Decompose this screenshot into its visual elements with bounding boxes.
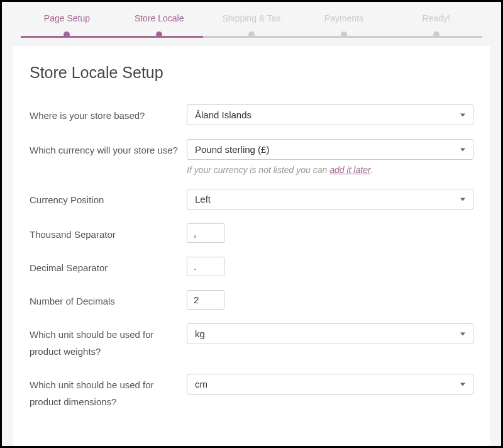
step-shipping-tax[interactable]: Shipping & Tax — [206, 13, 298, 27]
num-decimals-label: Number of Decimals — [30, 290, 187, 310]
step-dot-icon — [341, 31, 347, 38]
form-row-num-decimals: Number of Decimals — [30, 290, 473, 310]
chevron-down-icon — [460, 198, 465, 201]
select-value: Left — [195, 194, 211, 204]
step-store-locale[interactable]: Store Locale — [113, 13, 206, 27]
form-row-decimal-sep: Decimal Separator — [30, 257, 473, 276]
form-row-weight-unit: Which unit should be used for product we… — [30, 323, 473, 360]
content-card: Store Locale Setup Where is your store b… — [13, 46, 490, 445]
chevron-down-icon — [460, 148, 465, 151]
weight-unit-select[interactable]: kg — [187, 323, 473, 344]
dimension-unit-label: Which unit should be used for product di… — [30, 374, 187, 410]
weight-unit-label: Which unit should be used for product we… — [30, 323, 187, 360]
step-dot-icon — [248, 31, 255, 38]
app-container: Page Setup Store Locale Shipping & Tax P… — [0, 0, 503, 448]
step-label: Ready! — [422, 13, 450, 23]
thousand-sep-input[interactable] — [187, 223, 224, 243]
form-row-thousand-sep: Thousand Separator — [30, 223, 473, 243]
currency-position-label: Currency Position — [30, 189, 187, 208]
form-row-currency-position: Currency Position Left — [30, 189, 473, 210]
step-page-setup[interactable]: Page Setup — [21, 13, 113, 27]
add-currency-later-link[interactable]: add it later — [329, 165, 370, 175]
select-value: kg — [195, 328, 205, 339]
page-title: Store Locale Setup — [30, 64, 473, 82]
dimension-unit-select[interactable]: cm — [187, 374, 473, 395]
form-row-currency: Which currency will your store use? Poun… — [30, 139, 473, 160]
wizard-stepper: Page Setup Store Locale Shipping & Tax P… — [2, 2, 501, 40]
chevron-down-icon — [460, 113, 465, 116]
currency-hint-row: If your currency is not listed you can a… — [30, 165, 473, 175]
stepper-progress — [21, 36, 203, 38]
step-label: Payments — [324, 13, 363, 23]
step-dot-icon — [433, 31, 439, 38]
step-payments[interactable]: Payments — [297, 13, 390, 27]
select-value: Pound sterling (£) — [195, 144, 269, 155]
currency-label: Which currency will your store use? — [30, 139, 187, 159]
select-value: Åland Islands — [195, 109, 252, 120]
step-ready[interactable]: Ready! — [390, 13, 482, 27]
thousand-sep-label: Thousand Separator — [30, 223, 187, 243]
num-decimals-input[interactable] — [187, 290, 224, 310]
form-row-store-location: Where is your store based? Åland Islands — [30, 104, 473, 125]
form-row-dimension-unit: Which unit should be used for product di… — [30, 374, 473, 410]
step-label: Page Setup — [44, 13, 90, 23]
step-label: Store Locale — [135, 13, 184, 23]
store-location-select[interactable]: Åland Islands — [187, 104, 473, 125]
decimal-sep-label: Decimal Separator — [30, 257, 187, 276]
step-label: Shipping & Tax — [222, 13, 280, 23]
chevron-down-icon — [460, 383, 465, 386]
currency-position-select[interactable]: Left — [187, 189, 473, 210]
decimal-sep-input[interactable] — [187, 257, 224, 276]
select-value: cm — [195, 379, 207, 389]
store-location-label: Where is your store based? — [30, 104, 187, 124]
chevron-down-icon — [460, 332, 465, 335]
currency-hint: If your currency is not listed you can a… — [187, 165, 373, 175]
currency-select[interactable]: Pound sterling (£) — [187, 139, 473, 160]
